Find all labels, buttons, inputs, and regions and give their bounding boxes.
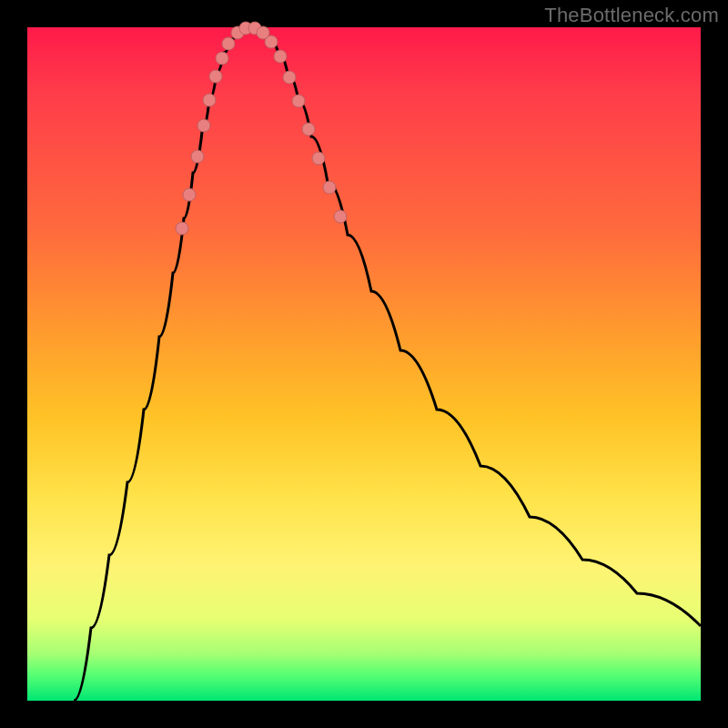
data-dots	[176, 22, 347, 235]
data-dot	[323, 181, 336, 194]
data-dot	[292, 95, 305, 107]
data-dot	[216, 52, 228, 65]
curve-left	[74, 27, 249, 701]
chart-overlay	[27, 27, 701, 701]
data-dot	[334, 210, 347, 223]
data-dot	[197, 119, 210, 132]
data-dot	[312, 152, 325, 165]
data-dot	[209, 70, 222, 83]
data-dot	[183, 188, 196, 201]
data-dot	[302, 123, 315, 136]
data-dot	[176, 222, 188, 235]
chart-frame: TheBottleneck.com	[0, 0, 728, 728]
data-dot	[265, 35, 278, 48]
data-dot	[274, 50, 287, 63]
data-dot	[222, 37, 235, 50]
watermark-text: TheBottleneck.com	[544, 4, 719, 27]
data-dot	[283, 71, 296, 84]
data-dot	[203, 94, 216, 106]
curve-right	[249, 27, 701, 626]
data-dot	[191, 150, 204, 163]
